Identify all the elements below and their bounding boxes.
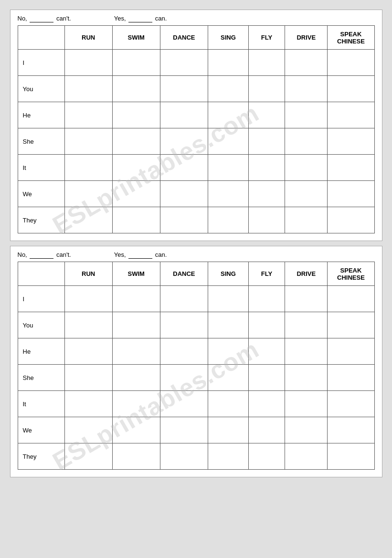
cell-you-dance[interactable] (160, 76, 208, 102)
cell-we-sing[interactable] (208, 181, 249, 207)
cell-we-dance[interactable] (160, 417, 208, 443)
cell-he-swim[interactable] (112, 102, 160, 128)
cell-they-dance[interactable] (160, 207, 208, 233)
cell-you-sing[interactable] (208, 312, 249, 338)
cell-they-swim[interactable] (112, 443, 160, 470)
cell-we-fly[interactable] (248, 417, 285, 443)
cell-she-drive[interactable] (285, 365, 328, 391)
cell-they-speak-chinese[interactable] (328, 207, 374, 233)
cell-she-dance[interactable] (160, 365, 208, 391)
cell-it-dance[interactable] (160, 155, 208, 181)
cell-it-swim[interactable] (112, 155, 160, 181)
cell-we-speak-chinese[interactable] (328, 181, 374, 207)
cell-we-swim[interactable] (112, 181, 160, 207)
cell-you-speak-chinese[interactable] (328, 312, 374, 338)
cell-we-run[interactable] (64, 181, 112, 207)
cell-i-run[interactable] (64, 286, 112, 312)
cell-i-drive[interactable] (285, 286, 328, 312)
cell-he-speak-chinese[interactable] (328, 102, 374, 128)
cell-i-dance[interactable] (160, 286, 208, 312)
cell-they-dance[interactable] (160, 443, 208, 470)
instruction-line: No, can't. Yes, can. (18, 15, 375, 22)
cell-they-sing[interactable] (208, 443, 249, 470)
cell-he-dance[interactable] (160, 338, 208, 365)
cell-it-swim[interactable] (112, 391, 160, 417)
cell-she-run[interactable] (64, 128, 112, 155)
cell-it-fly[interactable] (248, 155, 285, 181)
cell-they-run[interactable] (64, 443, 112, 470)
cell-she-fly[interactable] (248, 365, 285, 391)
cell-we-swim[interactable] (112, 417, 160, 443)
cell-it-sing[interactable] (208, 155, 249, 181)
cell-you-dance[interactable] (160, 312, 208, 338)
cell-i-fly[interactable] (248, 286, 285, 312)
cell-he-sing[interactable] (208, 338, 249, 365)
cell-you-run[interactable] (64, 76, 112, 102)
cell-he-speak-chinese[interactable] (328, 338, 374, 365)
cell-she-speak-chinese[interactable] (328, 365, 374, 391)
cell-it-run[interactable] (64, 391, 112, 417)
cell-it-speak-chinese[interactable] (328, 391, 374, 417)
cell-we-fly[interactable] (248, 181, 285, 207)
cell-they-drive[interactable] (285, 207, 328, 233)
cell-you-swim[interactable] (112, 76, 160, 102)
cell-you-drive[interactable] (285, 76, 328, 102)
cell-he-drive[interactable] (285, 102, 328, 128)
cell-it-dance[interactable] (160, 391, 208, 417)
cell-you-swim[interactable] (112, 312, 160, 338)
cell-he-fly[interactable] (248, 102, 285, 128)
cell-she-speak-chinese[interactable] (328, 128, 374, 155)
cell-he-sing[interactable] (208, 102, 249, 128)
cell-it-speak-chinese[interactable] (328, 155, 374, 181)
cell-they-swim[interactable] (112, 207, 160, 233)
cell-i-run[interactable] (64, 50, 112, 76)
cell-he-fly[interactable] (248, 338, 285, 365)
cell-it-drive[interactable] (285, 155, 328, 181)
cell-they-sing[interactable] (208, 207, 249, 233)
cell-i-drive[interactable] (285, 50, 328, 76)
cell-we-drive[interactable] (285, 417, 328, 443)
cell-it-run[interactable] (64, 155, 112, 181)
cell-we-drive[interactable] (285, 181, 328, 207)
cell-i-sing[interactable] (208, 50, 249, 76)
cell-i-sing[interactable] (208, 286, 249, 312)
cell-i-dance[interactable] (160, 50, 208, 76)
cell-she-swim[interactable] (112, 128, 160, 155)
cell-he-swim[interactable] (112, 338, 160, 365)
cell-you-fly[interactable] (248, 312, 285, 338)
cell-it-fly[interactable] (248, 391, 285, 417)
header-drive: DRIVE (285, 262, 328, 286)
cell-they-fly[interactable] (248, 207, 285, 233)
cell-we-speak-chinese[interactable] (328, 417, 374, 443)
cell-she-run[interactable] (64, 365, 112, 391)
cell-i-fly[interactable] (248, 50, 285, 76)
cell-he-dance[interactable] (160, 102, 208, 128)
cell-they-drive[interactable] (285, 443, 328, 470)
cell-we-sing[interactable] (208, 417, 249, 443)
cell-i-swim[interactable] (112, 286, 160, 312)
cell-they-run[interactable] (64, 207, 112, 233)
cell-we-run[interactable] (64, 417, 112, 443)
cell-you-fly[interactable] (248, 76, 285, 102)
cell-i-swim[interactable] (112, 50, 160, 76)
cell-she-swim[interactable] (112, 365, 160, 391)
cell-they-speak-chinese[interactable] (328, 443, 374, 470)
cell-i-speak-chinese[interactable] (328, 286, 374, 312)
cell-you-sing[interactable] (208, 76, 249, 102)
cell-you-run[interactable] (64, 312, 112, 338)
cell-she-fly[interactable] (248, 128, 285, 155)
cell-he-drive[interactable] (285, 338, 328, 365)
cell-it-sing[interactable] (208, 391, 249, 417)
cell-she-drive[interactable] (285, 128, 328, 155)
cell-he-run[interactable] (64, 338, 112, 365)
cell-you-speak-chinese[interactable] (328, 76, 374, 102)
cell-he-run[interactable] (64, 102, 112, 128)
cell-she-sing[interactable] (208, 365, 249, 391)
cell-we-dance[interactable] (160, 181, 208, 207)
cell-it-drive[interactable] (285, 391, 328, 417)
cell-they-fly[interactable] (248, 443, 285, 470)
cell-she-dance[interactable] (160, 128, 208, 155)
cell-you-drive[interactable] (285, 312, 328, 338)
cell-i-speak-chinese[interactable] (328, 50, 374, 76)
cell-she-sing[interactable] (208, 128, 249, 155)
